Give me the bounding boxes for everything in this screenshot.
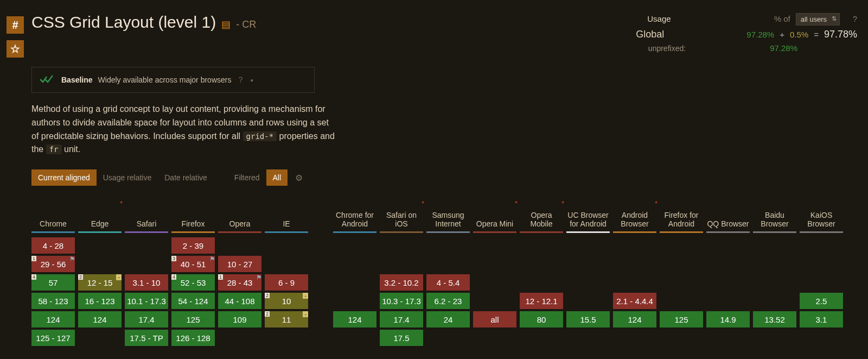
browser-header[interactable]: Firefox for Android	[660, 201, 703, 231]
support-cell[interactable]: 3.1	[800, 311, 843, 327]
support-cell[interactable]: 125	[171, 311, 215, 327]
support-cell[interactable]: 3.1 - 10	[125, 274, 168, 291]
note-asterisk-icon: *	[655, 200, 658, 208]
support-cell[interactable]: 4 - 5.4	[426, 274, 470, 291]
star-button[interactable]: ☆	[7, 40, 24, 58]
browser-header[interactable]: Samsung Internet	[426, 201, 470, 231]
support-cell[interactable]: 2 - 39	[171, 237, 215, 254]
settings-icon[interactable]: ⚙	[295, 173, 303, 183]
support-cell[interactable]: 10.3 - 17.3	[380, 293, 423, 309]
support-cell[interactable]: 10.1 - 17.3	[125, 293, 168, 309]
tab-current-aligned[interactable]: Current aligned	[31, 169, 97, 186]
support-cell[interactable]: 54 - 124	[171, 293, 215, 309]
browser-header[interactable]: Chrome for Android	[333, 201, 376, 231]
support-cell[interactable]: 2.5	[800, 293, 843, 309]
support-cell[interactable]: 44 - 108	[218, 293, 261, 309]
support-cell[interactable]: 13.52	[753, 311, 796, 327]
baseline-text: Widely available across major browsers	[98, 75, 232, 84]
support-cell[interactable]: 29 - 561⚑	[31, 256, 75, 272]
empty-cell	[426, 256, 470, 272]
empty-cell	[706, 293, 750, 309]
empty-cell	[218, 237, 261, 254]
support-cell[interactable]: 125	[660, 311, 703, 327]
browser-header[interactable]: Opera	[218, 201, 261, 231]
note-asterisk-icon: *	[422, 200, 424, 208]
browser-header[interactable]: Opera Mobile*	[520, 201, 563, 231]
feedback-icon[interactable]: ▪	[250, 75, 253, 85]
support-cell[interactable]: 80	[520, 311, 563, 327]
browser-header[interactable]: Opera Mini*	[473, 201, 516, 231]
note-badge: 1	[31, 256, 36, 261]
spec-link-icon[interactable]: ▤	[221, 18, 231, 30]
empty-cell	[660, 274, 703, 291]
tab-all[interactable]: All	[266, 169, 288, 186]
support-cell[interactable]: 124	[31, 311, 75, 327]
support-cell[interactable]: all	[473, 311, 516, 327]
support-cell[interactable]: 109	[218, 311, 261, 327]
help-button[interactable]: ?	[853, 14, 857, 23]
global-total: 97.78%	[824, 29, 857, 40]
support-cell[interactable]: 126 - 128	[171, 330, 215, 346]
hash-button[interactable]: #	[7, 16, 24, 34]
support-cell[interactable]: 17.5	[380, 330, 423, 346]
support-cell[interactable]: 6.2 - 23	[426, 293, 470, 309]
empty-cell	[333, 256, 376, 272]
empty-cell	[753, 330, 796, 346]
empty-cell	[473, 293, 516, 309]
browser-header[interactable]: Firefox	[171, 201, 215, 231]
info-icon[interactable]: ？	[237, 75, 245, 85]
support-cell[interactable]: 125 - 127	[31, 330, 75, 346]
empty-cell	[78, 237, 122, 254]
support-cell[interactable]: 16 - 123	[78, 293, 122, 309]
browser-header[interactable]: QQ Browser	[706, 201, 750, 231]
empty-cell	[426, 330, 470, 346]
empty-cell	[660, 256, 703, 272]
support-cell[interactable]: 4 - 28	[31, 237, 75, 254]
browser-header[interactable]: UC Browser for Android	[566, 201, 610, 231]
support-cell[interactable]: 40 - 513⚑	[171, 256, 215, 272]
support-cell[interactable]: 17.5 - TP	[125, 330, 168, 346]
support-cell[interactable]: 58 - 123	[31, 293, 75, 309]
empty-cell	[265, 256, 308, 272]
browser-header[interactable]: Chrome	[31, 201, 75, 231]
empty-cell	[566, 293, 610, 309]
audience-select[interactable]: all users	[796, 13, 840, 26]
flag-icon: ⚑	[69, 255, 75, 263]
support-cell[interactable]: 112-	[265, 311, 308, 327]
global-label: Global	[636, 29, 664, 40]
support-cell[interactable]: 28 - 431⚑	[218, 274, 261, 291]
browser-header[interactable]: Android Browser*	[613, 201, 656, 231]
support-cell[interactable]: 102-	[265, 293, 308, 309]
support-cell[interactable]: 12 - 152-	[78, 274, 122, 291]
flag-icon: ⚑	[256, 274, 262, 281]
empty-cell	[265, 330, 308, 346]
browser-header[interactable]: Safari	[125, 201, 168, 231]
empty-cell	[520, 274, 563, 291]
tab-usage-relative[interactable]: Usage relative	[97, 169, 158, 186]
feature-description: Method of using a grid concept to lay ou…	[31, 103, 335, 156]
support-cell[interactable]: 17.4	[125, 311, 168, 327]
support-cell[interactable]: 6 - 9	[265, 274, 308, 291]
empty-cell	[426, 237, 470, 254]
browser-header[interactable]: Baidu Browser	[753, 201, 796, 231]
browser-header[interactable]: Edge*	[78, 201, 122, 231]
support-cell[interactable]: 124	[333, 311, 376, 327]
browser-header[interactable]: IE	[265, 201, 308, 231]
support-cell[interactable]: 10 - 27	[218, 256, 261, 272]
support-cell[interactable]: 124	[78, 311, 122, 327]
browser-header[interactable]: KaiOS Browser	[800, 201, 843, 231]
tab-date-relative[interactable]: Date relative	[158, 169, 214, 186]
tab-filtered[interactable]: Filtered	[228, 169, 266, 186]
browser-header[interactable]: Safari on iOS*	[380, 201, 423, 231]
support-cell[interactable]: 14.9	[706, 311, 750, 327]
support-cell[interactable]: 3.2 - 10.2	[380, 274, 423, 291]
support-cell[interactable]: 15.5	[566, 311, 610, 327]
support-cell[interactable]: 17.4	[380, 311, 423, 327]
support-cell[interactable]: 52 - 534	[171, 274, 215, 291]
support-cell[interactable]: 124	[613, 311, 656, 327]
support-cell[interactable]: 24	[426, 311, 470, 327]
support-cell[interactable]: 12 - 12.1	[520, 293, 563, 309]
support-cell[interactable]: 574	[31, 274, 75, 291]
spec-status: - CR	[236, 19, 256, 30]
support-cell[interactable]: 2.1 - 4.4.4	[613, 293, 656, 309]
